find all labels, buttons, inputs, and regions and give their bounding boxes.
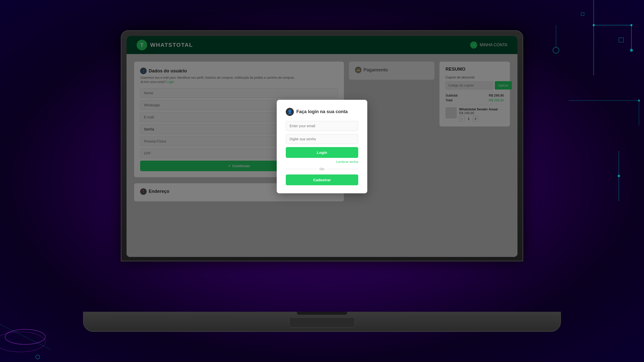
modal-title: Faça login na sua conta <box>296 109 348 114</box>
svg-point-5 <box>630 49 633 52</box>
modal-overlay[interactable]: 👤 Faça login na sua conta Login Lembrar … <box>127 36 517 257</box>
svg-point-14 <box>618 175 620 177</box>
modal-email-input[interactable] <box>286 121 358 131</box>
login-modal: 👤 Faça login na sua conta Login Lembrar … <box>277 100 367 193</box>
or-line-right <box>327 169 358 169</box>
or-line-left <box>286 169 317 169</box>
svg-point-16 <box>0 332 45 352</box>
svg-rect-10 <box>619 38 623 42</box>
svg-line-17 <box>0 324 50 349</box>
register-button[interactable]: Cadastrar <box>286 174 358 185</box>
circuit-left-decoration <box>0 261 75 362</box>
screen-content: T WHATSTOTAL → MINHA CONTA <box>127 36 517 257</box>
forgot-password-link[interactable]: Lembrar senha <box>286 160 358 164</box>
modal-password-input[interactable] <box>286 134 358 144</box>
laptop-base <box>83 312 561 332</box>
modal-or-divider: OU <box>286 167 358 171</box>
modal-title-row: 👤 Faça login na sua conta <box>286 108 358 116</box>
laptop-trackpad <box>289 318 355 328</box>
laptop-hinge <box>297 312 347 315</box>
svg-point-4 <box>630 24 632 26</box>
svg-rect-9 <box>581 13 584 16</box>
modal-user-icon: 👤 <box>286 108 294 116</box>
laptop: T WHATSTOTAL → MINHA CONTA <box>83 30 561 332</box>
svg-point-18 <box>36 355 40 359</box>
laptop-screen: T WHATSTOTAL → MINHA CONTA <box>127 36 517 257</box>
or-text: OU <box>319 167 325 171</box>
login-button[interactable]: Login <box>286 147 358 158</box>
laptop-lid: T WHATSTOTAL → MINHA CONTA <box>121 30 523 261</box>
svg-point-8 <box>638 100 640 102</box>
svg-point-3 <box>593 24 595 26</box>
